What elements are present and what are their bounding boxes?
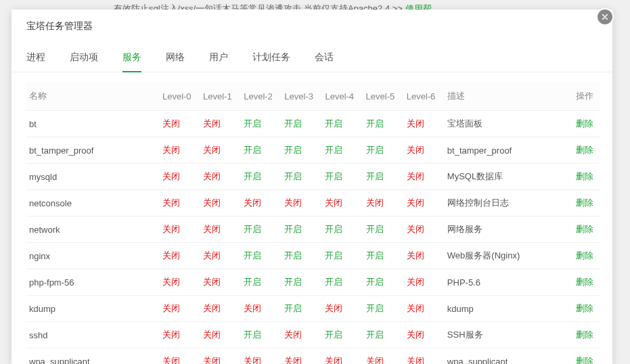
- delete-button[interactable]: 删除: [564, 164, 600, 190]
- delete-button[interactable]: 删除: [564, 137, 600, 164]
- level-toggle-2[interactable]: 关闭: [241, 296, 282, 322]
- delete-button[interactable]: 删除: [564, 111, 600, 137]
- header-level-3: Level-3: [282, 82, 322, 111]
- level-toggle-2[interactable]: 开启: [241, 111, 282, 137]
- level-toggle-4[interactable]: 关闭: [322, 348, 363, 365]
- level-toggle-6[interactable]: 关闭: [404, 137, 445, 164]
- level-toggle-4[interactable]: 关闭: [322, 296, 363, 322]
- delete-button[interactable]: 删除: [564, 190, 600, 217]
- level-toggle-3[interactable]: 关闭: [282, 190, 322, 217]
- service-name: php-fpm-56: [26, 269, 160, 296]
- scroll-area[interactable]: 名称 Level-0 Level-1 Level-2 Level-3 Level…: [26, 82, 600, 364]
- delete-button[interactable]: 删除: [564, 322, 600, 348]
- level-toggle-4[interactable]: 开启: [322, 269, 363, 296]
- level-toggle-3[interactable]: 开启: [282, 164, 322, 190]
- level-toggle-1[interactable]: 关闭: [200, 111, 241, 137]
- service-desc: 宝塔面板: [445, 111, 564, 137]
- level-toggle-5[interactable]: 开启: [363, 269, 404, 296]
- level-toggle-0[interactable]: 关闭: [160, 164, 200, 190]
- header-level-4: Level-4: [322, 82, 363, 111]
- delete-button[interactable]: 删除: [564, 348, 600, 365]
- tab-5[interactable]: 计划任务: [252, 45, 290, 72]
- level-toggle-1[interactable]: 关闭: [200, 322, 241, 348]
- level-toggle-3[interactable]: 关闭: [282, 322, 322, 348]
- tab-2[interactable]: 服务: [122, 45, 141, 72]
- level-toggle-4[interactable]: 开启: [322, 164, 363, 190]
- level-toggle-1[interactable]: 关闭: [200, 269, 241, 296]
- level-toggle-4[interactable]: 开启: [322, 322, 363, 348]
- level-toggle-4[interactable]: 开启: [322, 137, 363, 164]
- level-toggle-2[interactable]: 开启: [241, 243, 282, 269]
- level-toggle-3[interactable]: 开启: [282, 217, 322, 243]
- level-toggle-0[interactable]: 关闭: [160, 190, 200, 217]
- level-toggle-2[interactable]: 开启: [241, 322, 282, 348]
- level-toggle-5[interactable]: 开启: [363, 296, 404, 322]
- level-toggle-0[interactable]: 关闭: [160, 348, 200, 365]
- level-toggle-3[interactable]: 开启: [282, 269, 322, 296]
- level-toggle-6[interactable]: 关闭: [404, 322, 445, 348]
- level-toggle-4[interactable]: 开启: [322, 111, 363, 137]
- level-toggle-6[interactable]: 关闭: [404, 111, 445, 137]
- level-toggle-1[interactable]: 关闭: [200, 217, 241, 243]
- table-row: network关闭关闭开启开启开启开启关闭网络服务删除: [26, 217, 600, 243]
- level-toggle-3[interactable]: 开启: [282, 111, 322, 137]
- level-toggle-5[interactable]: 开启: [363, 111, 404, 137]
- level-toggle-0[interactable]: 关闭: [160, 111, 200, 137]
- level-toggle-5[interactable]: 开启: [363, 217, 404, 243]
- tab-0[interactable]: 进程: [26, 45, 45, 72]
- delete-button[interactable]: 删除: [564, 243, 600, 269]
- level-toggle-0[interactable]: 关闭: [160, 322, 200, 348]
- level-toggle-2[interactable]: 关闭: [241, 190, 282, 217]
- tab-4[interactable]: 用户: [209, 45, 228, 72]
- level-toggle-6[interactable]: 关闭: [404, 217, 445, 243]
- level-toggle-5[interactable]: 关闭: [363, 348, 404, 365]
- level-toggle-1[interactable]: 关闭: [200, 296, 241, 322]
- level-toggle-1[interactable]: 关闭: [200, 190, 241, 217]
- delete-button[interactable]: 删除: [564, 217, 600, 243]
- level-toggle-0[interactable]: 关闭: [160, 137, 200, 164]
- level-toggle-3[interactable]: 关闭: [282, 348, 322, 365]
- level-toggle-5[interactable]: 开启: [363, 164, 404, 190]
- level-toggle-6[interactable]: 关闭: [404, 348, 445, 365]
- tab-1[interactable]: 启动项: [70, 45, 98, 72]
- level-toggle-6[interactable]: 关闭: [404, 243, 445, 269]
- level-toggle-0[interactable]: 关闭: [160, 243, 200, 269]
- level-toggle-5[interactable]: 开启: [363, 243, 404, 269]
- tab-6[interactable]: 会话: [315, 45, 334, 72]
- service-name: network: [26, 217, 160, 243]
- level-toggle-5[interactable]: 开启: [363, 322, 404, 348]
- level-toggle-6[interactable]: 关闭: [404, 164, 445, 190]
- service-name: nginx: [26, 243, 160, 269]
- delete-button[interactable]: 删除: [564, 269, 600, 296]
- level-toggle-5[interactable]: 开启: [363, 137, 404, 164]
- level-toggle-3[interactable]: 开启: [282, 137, 322, 164]
- level-toggle-5[interactable]: 关闭: [363, 190, 404, 217]
- level-toggle-1[interactable]: 关闭: [200, 348, 241, 365]
- close-button[interactable]: [596, 8, 614, 26]
- level-toggle-6[interactable]: 关闭: [404, 190, 445, 217]
- level-toggle-2[interactable]: 开启: [241, 137, 282, 164]
- level-toggle-1[interactable]: 关闭: [200, 164, 241, 190]
- level-toggle-0[interactable]: 关闭: [160, 217, 200, 243]
- level-toggle-6[interactable]: 关闭: [404, 269, 445, 296]
- table-body: bt关闭关闭开启开启开启开启关闭宝塔面板删除bt_tamper_proof关闭关…: [26, 111, 600, 365]
- tab-3[interactable]: 网络: [166, 45, 185, 72]
- level-toggle-2[interactable]: 开启: [241, 217, 282, 243]
- service-desc: wpa_supplicant: [445, 348, 564, 365]
- level-toggle-2[interactable]: 关闭: [241, 348, 282, 365]
- level-toggle-2[interactable]: 开启: [241, 164, 282, 190]
- level-toggle-0[interactable]: 关闭: [160, 296, 200, 322]
- services-table-wrap: 名称 Level-0 Level-1 Level-2 Level-3 Level…: [26, 82, 600, 364]
- level-toggle-4[interactable]: 开启: [322, 217, 363, 243]
- level-toggle-3[interactable]: 开启: [282, 243, 322, 269]
- level-toggle-4[interactable]: 关闭: [322, 190, 363, 217]
- delete-button[interactable]: 删除: [564, 296, 600, 322]
- level-toggle-1[interactable]: 关闭: [200, 243, 241, 269]
- level-toggle-0[interactable]: 关闭: [160, 269, 200, 296]
- level-toggle-4[interactable]: 开启: [322, 243, 363, 269]
- table-row: wpa_supplicant关闭关闭关闭关闭关闭关闭关闭wpa_supplica…: [26, 348, 600, 365]
- level-toggle-3[interactable]: 开启: [282, 296, 322, 322]
- level-toggle-6[interactable]: 关闭: [404, 296, 445, 322]
- level-toggle-1[interactable]: 关闭: [200, 137, 241, 164]
- level-toggle-2[interactable]: 开启: [241, 269, 282, 296]
